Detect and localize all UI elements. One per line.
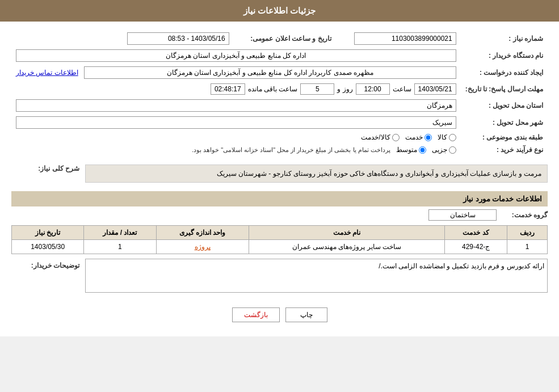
chap-button[interactable]: چاپ <box>285 307 327 322</box>
shomara-niaz-value: 1103003899000021 <box>336 30 461 47</box>
shomara-niaz-input: 1103003899000021 <box>354 32 456 45</box>
radio-pardakht-text: پرداخت تمام یا بخشی از مبلغ خریدار از مح… <box>192 146 390 154</box>
ejad-konande-cell: مظهره صمدی کاربردار اداره کل منابع طبیعی… <box>11 64 461 81</box>
services-table: ردیف کد خدمت نام خدمت واحد اندازه گیری ت… <box>11 225 548 254</box>
nooe-farayand-label: نوع فرآیند خرید : <box>461 144 548 156</box>
tabaqe-label: طبقه بندی موضوعی : <box>461 131 548 144</box>
radio-khadamat-item: خدمت <box>405 133 432 141</box>
name-dastgah-input: اداره کل منابع طبیعی و آبخیزداری استان ه… <box>16 49 456 62</box>
cell-radif: 1 <box>507 240 547 254</box>
etelaat-tamas-link[interactable]: اطلاعات تماس خریدار <box>16 69 78 77</box>
radio-kala-khadamat[interactable] <box>392 134 400 141</box>
tarikh-saat-input: 1403/05/16 - 08:53 <box>127 32 229 45</box>
saat-value: 12:00 <box>356 83 390 95</box>
bottom-buttons: چاپ بازگشت <box>11 299 548 328</box>
sharh-koli-label: شرح کلی نیاز: <box>38 165 79 172</box>
bazgasht-button[interactable]: بازگشت <box>232 307 280 322</box>
shomara-niaz-label: شماره نیاز : <box>461 30 548 47</box>
radio-kala[interactable] <box>449 134 456 141</box>
radio-jozii-item: جزیی <box>432 146 456 154</box>
sharh-koli-box: مرمت و بازسازی عملیات آبخیزداری و آبخوان… <box>85 165 548 183</box>
cell-tarikh: 1403/05/30 <box>12 240 84 254</box>
tozihat-textarea <box>85 259 548 293</box>
radio-motevaset[interactable] <box>419 146 426 154</box>
ostan-cell: هرمزگان <box>11 97 461 114</box>
baqi-mande-value: 02:48:17 <box>211 83 245 95</box>
etelaat-khadamat-label: اطلاعات خدمات مورد نیاز <box>463 195 542 203</box>
gorooh-khadamat-value: ساختمان <box>450 211 476 219</box>
tozihat-section: توضیحات خریدار: <box>11 259 548 294</box>
ostan-input: هرمزگان <box>16 99 456 112</box>
th-name: نام خدمت <box>249 226 445 240</box>
name-dastgah-label: نام دستگاه خریدار : <box>461 47 548 64</box>
radio-jozii-label: جزیی <box>432 146 447 154</box>
radio-jozii[interactable] <box>449 146 456 154</box>
cell-kod: ج-42-429 <box>445 240 507 254</box>
shahr-label: شهر محل تحویل : <box>461 114 548 131</box>
tarikh-value: 1403/05/21 <box>414 83 456 95</box>
mohlat-label: مهلت ارسال پاسخ: تا تاریخ: <box>461 81 548 97</box>
tabaqe-cell: کالا خدمت کالا/خدمت <box>11 131 461 144</box>
ostan-label: استان محل تحویل : <box>461 97 548 114</box>
tozihat-box-container <box>85 259 548 294</box>
sharh-koli-section: مرمت و بازسازی عملیات آبخیزداری و آبخوان… <box>11 162 548 186</box>
cell-vahed[interactable]: پروژه <box>156 240 249 254</box>
th-tedad: تعداد / مقدار <box>84 226 156 240</box>
page-wrapper: جزئیات اطلاعات نیاز شماره نیاز : 1103003… <box>0 0 559 336</box>
sharh-koli-value: مرمت و بازسازی عملیات آبخیزداری و آبخوان… <box>217 170 541 178</box>
th-tarikh: تاریخ نیاز <box>12 226 84 240</box>
gorooh-khadamat-value-box: ساختمان <box>428 209 497 221</box>
ejad-konande-input: مظهره صمدی کاربردار اداره کل منابع طبیعی… <box>84 66 456 79</box>
mohlat-cell: 1403/05/21 ساعت 12:00 روز و 5 ساعت باقی … <box>11 81 461 97</box>
radio-khadamat-label: خدمت <box>405 133 423 141</box>
shahr-input: سیریک <box>16 116 456 129</box>
th-kod: کد خدمت <box>445 226 507 240</box>
radio-kala-khadamat-item: کالا/خدمت <box>361 133 399 141</box>
saat-label: ساعت <box>393 85 411 93</box>
sharh-koli-label-container: شرح کلی نیاز: <box>11 162 79 172</box>
tozihat-label-container: توضیحات خریدار: <box>11 259 79 269</box>
radio-motevaset-item: متوسط <box>396 146 426 154</box>
gorooh-khadamat-label: گروه خدمت: <box>502 211 548 219</box>
radio-kala-khadamat-label: کالا/خدمت <box>361 133 390 141</box>
radio-kala-item: کالا <box>438 133 456 141</box>
name-dastgah-cell: اداره کل منابع طبیعی و آبخیزداری استان ه… <box>11 47 461 64</box>
cell-name: ساخت سایر پروژه‌های مهندسی عمران <box>249 240 445 254</box>
rooz-label: روز و <box>337 85 352 93</box>
content-area: شماره نیاز : 1103003899000021 تاریخ و سا… <box>0 22 559 336</box>
rooz-value: 5 <box>300 83 334 95</box>
radio-khadamat[interactable] <box>424 134 432 141</box>
radio-kala-label: کالا <box>438 133 447 141</box>
baqi-mande-label: ساعت باقی مانده <box>248 85 298 93</box>
ejad-konande-label: ایجاد کننده درخواست : <box>461 64 548 81</box>
th-radif: ردیف <box>507 226 547 240</box>
radio-motevaset-label: متوسط <box>396 146 417 154</box>
shahr-cell: سیریک <box>11 114 461 131</box>
tarikh-saat-label: تاریخ و ساعت اعلان عمومی: <box>234 30 336 47</box>
info-table: شماره نیاز : 1103003899000021 تاریخ و سا… <box>11 30 548 156</box>
page-header: جزئیات اطلاعات نیاز <box>0 0 559 22</box>
th-vahed: واحد اندازه گیری <box>156 226 249 240</box>
gorooh-khadamat-row: گروه خدمت: ساختمان <box>11 209 548 221</box>
tarikh-saat-value: 1403/05/16 - 08:53 <box>11 30 234 47</box>
table-row: 1 ج-42-429 ساخت سایر پروژه‌های مهندسی عم… <box>12 240 548 254</box>
tozihat-label: توضیحات خریدار: <box>31 262 79 269</box>
etelaat-khadamat-section-header: اطلاعات خدمات مورد نیاز <box>11 191 548 206</box>
page-title: جزئیات اطلاعات نیاز <box>243 6 316 15</box>
nooe-farayand-cell: جزیی متوسط پرداخت تمام یا بخشی از مبلغ خ… <box>11 144 461 156</box>
cell-tedad: 1 <box>84 240 156 254</box>
